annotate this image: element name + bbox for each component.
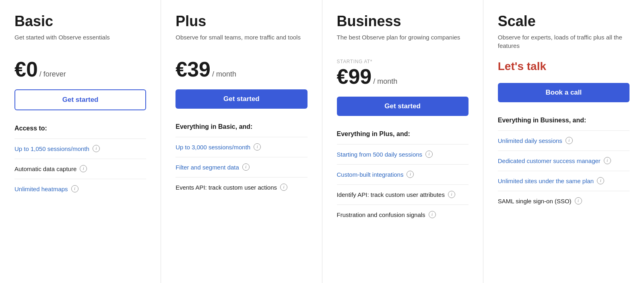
pricing-container: BasicGet started with Observe essentials…: [0, 0, 644, 283]
list-item: Up to 1,050 sessions/monthi: [14, 138, 146, 159]
price-row-plus: €39/ month: [175, 59, 307, 80]
feature-list-basic: Up to 1,050 sessions/monthiAutomatic dat…: [14, 138, 146, 199]
feature-text: Up to 3,000 sessions/month: [175, 143, 250, 151]
price-row-business: €99/ month: [337, 66, 469, 87]
list-item: Unlimited heatmapsi: [14, 179, 146, 199]
feature-list-plus: Up to 3,000 sessions/monthiFilter and se…: [175, 137, 307, 197]
starting-at-business: STARTING AT*: [337, 59, 469, 64]
feature-text: Frustration and confusion signals: [337, 211, 425, 219]
section-title-basic: Access to:: [14, 125, 146, 132]
plan-description-basic: Get started with Observe essentials: [14, 33, 146, 49]
section-title-plus: Everything in Basic, and:: [175, 123, 307, 130]
feature-list-business: Starting from 500 daily sessionsiCustom-…: [337, 144, 469, 225]
cta-button-basic[interactable]: Get started: [14, 89, 146, 110]
list-item: Starting from 500 daily sessionsi: [337, 144, 469, 164]
feature-text: Custom-built integrations: [337, 170, 404, 179]
plan-name-business: Business: [337, 13, 469, 30]
plan-name-plus: Plus: [175, 13, 307, 30]
plan-column-business: BusinessThe best Observe plan for growin…: [322, 0, 483, 283]
info-icon[interactable]: i: [280, 184, 287, 191]
plan-column-scale: ScaleObserve for experts, loads of traff…: [483, 0, 644, 283]
list-item: Unlimited sites under the same plani: [498, 171, 630, 191]
info-icon[interactable]: i: [93, 145, 100, 152]
price-period-plus: / month: [212, 70, 236, 78]
feature-text: Unlimited daily sessions: [498, 136, 562, 145]
feature-text: Filter and segment data: [175, 163, 239, 171]
list-item: Filter and segment datai: [175, 157, 307, 177]
info-icon[interactable]: i: [566, 137, 573, 144]
plan-column-plus: PlusObserve for small teams, more traffi…: [161, 0, 322, 283]
info-icon[interactable]: i: [575, 197, 582, 205]
list-item: Events API: track custom user actionsi: [175, 177, 307, 197]
plan-name-basic: Basic: [14, 13, 146, 30]
price-amount-business: €99: [337, 66, 372, 87]
price-period-business: / month: [373, 77, 397, 86]
price-amount-basic: €0: [14, 59, 38, 80]
info-icon[interactable]: i: [71, 185, 78, 192]
cta-button-business[interactable]: Get started: [337, 97, 469, 116]
feature-text: SAML single sign-on (SSO): [498, 197, 572, 205]
list-item: Unlimited daily sessionsi: [498, 130, 630, 151]
feature-text: Starting from 500 daily sessions: [337, 150, 423, 159]
feature-list-scale: Unlimited daily sessionsiDedicated custo…: [498, 130, 630, 211]
info-icon[interactable]: i: [254, 143, 261, 151]
cta-button-scale[interactable]: Book a call: [498, 83, 630, 102]
list-item: SAML single sign-on (SSO)i: [498, 191, 630, 211]
info-icon[interactable]: i: [242, 163, 250, 171]
feature-text: Up to 1,050 sessions/month: [14, 145, 89, 153]
feature-text: Automatic data capture: [14, 165, 76, 173]
info-icon[interactable]: i: [429, 211, 436, 218]
feature-text: Unlimited heatmaps: [14, 185, 68, 193]
info-icon[interactable]: i: [597, 177, 604, 184]
list-item: Dedicated customer success manageri: [498, 151, 630, 171]
info-icon[interactable]: i: [604, 157, 611, 164]
info-icon[interactable]: i: [448, 191, 455, 198]
plan-description-scale: Observe for experts, loads of traffic pl…: [498, 33, 630, 50]
section-title-business: Everything in Plus, and:: [337, 130, 469, 138]
info-icon[interactable]: i: [407, 171, 414, 178]
list-item: Automatic data capturei: [14, 159, 146, 179]
plan-column-basic: BasicGet started with Observe essentials…: [0, 0, 161, 283]
list-item: Up to 3,000 sessions/monthi: [175, 137, 307, 157]
feature-text: Identify API: track custom user attribut…: [337, 190, 445, 199]
info-icon[interactable]: i: [80, 165, 87, 172]
list-item: Identify API: track custom user attribut…: [337, 184, 469, 205]
section-title-scale: Everything in Business, and:: [498, 117, 630, 124]
cta-button-plus[interactable]: Get started: [175, 89, 307, 109]
price-period-basic: / forever: [39, 70, 66, 78]
feature-text: Events API: track custom user actions: [175, 183, 277, 192]
feature-text: Dedicated customer success manager: [498, 157, 601, 165]
price-amount-plus: €39: [175, 59, 211, 80]
list-item: Frustration and confusion signalsi: [337, 205, 469, 225]
lets-talk-scale: Let's talk: [498, 60, 630, 73]
plan-description-business: The best Observe plan for growing compan…: [337, 33, 469, 49]
list-item: Custom-built integrationsi: [337, 164, 469, 184]
feature-text: Unlimited sites under the same plan: [498, 177, 594, 185]
plan-name-scale: Scale: [498, 13, 630, 30]
plan-description-plus: Observe for small teams, more traffic an…: [175, 33, 307, 49]
price-row-basic: €0/ forever: [14, 59, 146, 80]
info-icon[interactable]: i: [425, 151, 433, 158]
